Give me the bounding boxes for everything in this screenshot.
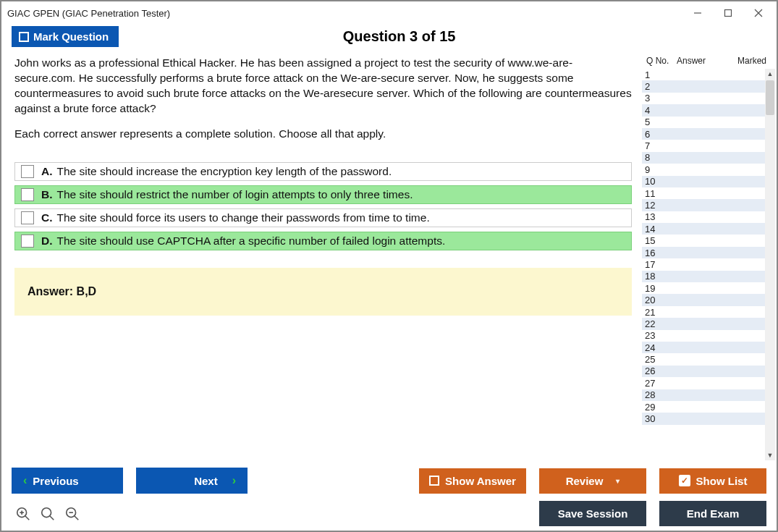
list-row[interactable]: 30 [642, 413, 765, 424]
row-qno: 14 [645, 224, 668, 235]
list-row[interactable]: 14 [642, 223, 765, 235]
zoom-reset-icon[interactable] [39, 505, 56, 523]
show-answer-button[interactable]: Show Answer [419, 468, 526, 494]
row-qno: 29 [645, 402, 668, 413]
end-exam-button[interactable]: End Exam [659, 501, 766, 526]
list-row[interactable]: 16 [642, 247, 765, 258]
minimize-button[interactable] [682, 3, 713, 23]
svg-point-8 [42, 507, 51, 517]
list-row[interactable]: 20 [642, 294, 765, 305]
answer-text: Answer: B,D [28, 285, 96, 297]
list-row[interactable]: 9 [642, 164, 765, 175]
option-C[interactable]: C. The site should force its users to ch… [14, 208, 632, 227]
list-row[interactable]: 21 [642, 306, 765, 318]
scroll-thumb[interactable] [766, 80, 774, 115]
list-row[interactable]: 12 [642, 199, 765, 211]
list-row[interactable]: 22 [642, 318, 765, 329]
list-row[interactable]: 6 [642, 128, 765, 140]
list-row[interactable]: 28 [642, 389, 765, 401]
list-row[interactable]: 24 [642, 342, 765, 353]
list-row[interactable]: 2 [642, 80, 765, 92]
list-row[interactable]: 25 [642, 353, 765, 365]
answer-panel: Answer: B,D [14, 268, 632, 316]
scroll-down-icon[interactable]: ▼ [765, 450, 775, 460]
checkbox[interactable] [21, 165, 34, 178]
next-button[interactable]: Next › [136, 468, 248, 494]
options-list: A. The site should increase the encrypti… [12, 162, 635, 250]
row-qno: 7 [645, 140, 668, 151]
svg-line-9 [50, 515, 54, 520]
option-A[interactable]: A. The site should increase the encrypti… [14, 162, 632, 181]
svg-rect-1 [725, 10, 732, 17]
list-row[interactable]: 17 [642, 258, 765, 270]
list-row[interactable]: 3 [642, 93, 765, 104]
row-qno: 30 [645, 413, 668, 424]
list-row[interactable]: 18 [642, 271, 765, 282]
option-text: A. The site should increase the encrypti… [41, 165, 392, 178]
checkbox-icon [19, 32, 29, 42]
header: Mark Question Question 3 of 15 [1, 25, 777, 53]
list-row[interactable]: 1 [642, 69, 765, 80]
row-qno: 27 [645, 378, 668, 389]
titlebar: GIAC GPEN (GIAC Penetration Tester) [1, 1, 777, 25]
col-marked: Marked [730, 56, 774, 66]
previous-label: Previous [33, 475, 78, 487]
footer-row-2: Save Session End Exam [12, 501, 766, 526]
row-qno: 6 [645, 129, 668, 140]
list-row[interactable]: 5 [642, 117, 765, 128]
list-row[interactable]: 27 [642, 377, 765, 389]
scroll-up-icon[interactable]: ▲ [765, 69, 775, 79]
list-row[interactable]: 4 [642, 104, 765, 116]
show-list-button[interactable]: ✓ Show List [659, 468, 766, 494]
option-text: B. The site should restrict the number o… [41, 188, 413, 201]
question-counter: Question 3 of 15 [119, 28, 766, 45]
list-row[interactable]: 8 [642, 152, 765, 164]
checkbox[interactable] [21, 188, 34, 201]
close-button[interactable] [743, 3, 774, 23]
list-row[interactable]: 7 [642, 140, 765, 151]
previous-button[interactable]: ‹ Previous [12, 468, 123, 494]
list-row[interactable]: 15 [642, 235, 765, 246]
list-row[interactable]: 13 [642, 211, 765, 223]
svg-line-11 [75, 515, 79, 520]
row-qno: 5 [645, 117, 668, 127]
row-qno: 17 [645, 259, 668, 270]
checkbox[interactable] [21, 235, 34, 248]
main-window: GIAC GPEN (GIAC Penetration Tester) Mark… [0, 0, 778, 532]
scrollbar[interactable]: ▲ ▼ [765, 69, 775, 460]
row-qno: 26 [645, 366, 668, 376]
row-qno: 2 [645, 81, 668, 92]
review-button[interactable]: Review ▾ [539, 468, 646, 494]
mark-question-button[interactable]: Mark Question [12, 26, 119, 47]
list-row[interactable]: 11 [642, 187, 765, 199]
list-row[interactable]: 23 [642, 330, 765, 342]
row-qno: 28 [645, 389, 668, 400]
save-session-label: Save Session [558, 507, 628, 520]
maximize-button[interactable] [713, 3, 743, 23]
row-qno: 18 [645, 271, 668, 282]
save-session-button[interactable]: Save Session [539, 501, 646, 526]
row-qno: 1 [645, 69, 668, 80]
list-row[interactable]: 29 [642, 401, 765, 413]
show-answer-label: Show Answer [445, 475, 516, 487]
show-list-label: Show List [696, 475, 748, 487]
zoom-in-icon[interactable] [14, 505, 32, 523]
check-icon: ✓ [679, 475, 690, 486]
row-qno: 11 [645, 188, 668, 199]
list-row[interactable]: 26 [642, 366, 765, 377]
list-row[interactable]: 10 [642, 176, 765, 187]
zoom-out-icon[interactable] [64, 505, 81, 523]
option-D[interactable]: D. The site should use CAPTCHA after a s… [14, 232, 632, 250]
checkbox[interactable] [21, 211, 34, 224]
checkbox-icon [429, 476, 439, 486]
col-qno: Q No. [643, 56, 672, 66]
window-title: GIAC GPEN (GIAC Penetration Tester) [7, 8, 170, 19]
caret-down-icon: ▾ [616, 477, 620, 485]
option-B[interactable]: B. The site should restrict the number o… [14, 185, 632, 204]
list-row[interactable]: 19 [642, 282, 765, 294]
row-qno: 3 [645, 93, 668, 104]
row-qno: 21 [645, 307, 668, 318]
row-qno: 8 [645, 152, 668, 163]
option-text: D. The site should use CAPTCHA after a s… [41, 235, 445, 248]
review-label: Review [566, 475, 604, 487]
